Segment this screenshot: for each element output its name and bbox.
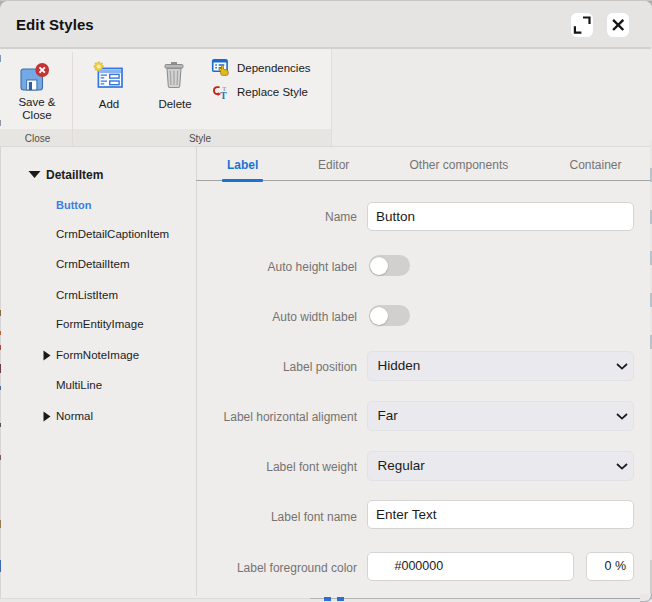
svg-text:T: T [220, 91, 227, 101]
